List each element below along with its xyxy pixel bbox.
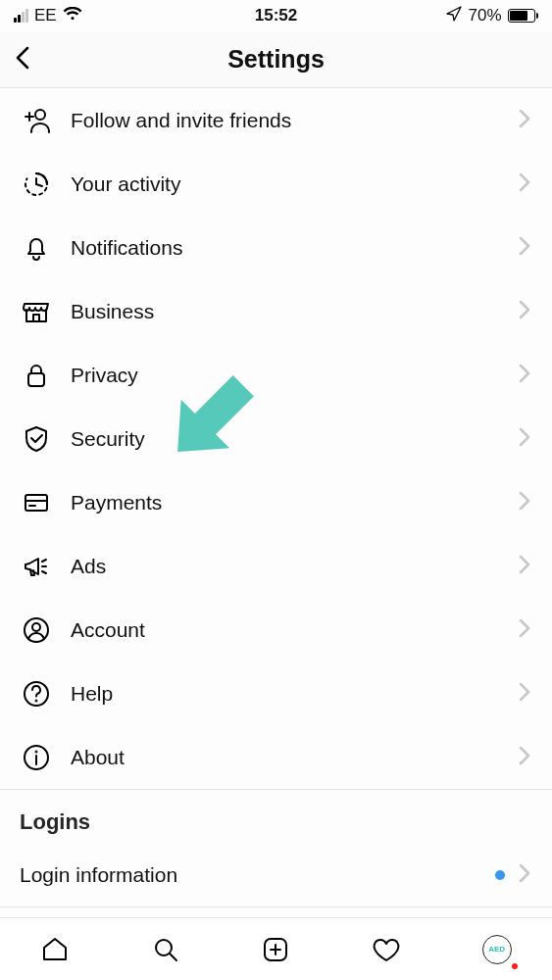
page-header: Settings: [0, 31, 552, 88]
row-label: Security: [71, 427, 519, 451]
notification-dot: [512, 963, 518, 969]
location-arrow-icon: [446, 6, 462, 26]
status-bar: EE 15:52 70%: [0, 0, 552, 31]
storefront-icon: [20, 295, 53, 328]
chevron-right-icon: [519, 618, 530, 642]
row-notifications[interactable]: Notifications: [0, 216, 552, 279]
home-icon: [40, 935, 70, 964]
row-follow-invite[interactable]: Follow and invite friends: [0, 88, 552, 152]
row-label: Follow and invite friends: [71, 109, 519, 132]
row-label: Payments: [71, 491, 519, 514]
row-label: About: [71, 746, 519, 769]
tab-new-post[interactable]: [258, 932, 293, 967]
tab-bar: AED: [0, 917, 552, 980]
lock-icon: [20, 359, 53, 392]
row-account[interactable]: Account: [0, 598, 552, 662]
row-label: Business: [71, 300, 519, 323]
row-label: Your activity: [71, 172, 519, 196]
activity-clock-icon: [20, 168, 53, 201]
shield-check-icon: [20, 422, 53, 456]
row-label: Account: [71, 618, 519, 642]
chevron-right-icon: [519, 236, 530, 260]
chevron-right-icon: [519, 746, 530, 769]
chevron-right-icon: [519, 555, 530, 578]
row-label: Notifications: [71, 236, 519, 260]
card-icon: [20, 486, 53, 519]
battery-icon: [508, 9, 539, 23]
battery-percent-label: 70%: [468, 6, 501, 25]
svg-rect-2: [28, 373, 44, 386]
chevron-right-icon: [519, 491, 530, 514]
clock-label: 15:52: [255, 6, 297, 25]
info-circle-icon: [20, 741, 53, 774]
row-label: Login information: [20, 863, 495, 887]
chevron-right-icon: [519, 172, 530, 196]
chevron-right-icon: [519, 427, 530, 451]
avatar-icon: AED: [482, 935, 512, 964]
row-label: Ads: [71, 555, 519, 578]
svg-line-14: [170, 954, 176, 960]
bell-icon: [20, 231, 53, 265]
svg-rect-3: [25, 495, 47, 511]
page-title: Settings: [14, 45, 538, 74]
chevron-right-icon: [519, 863, 530, 887]
settings-list: Follow and invite friends Your activity …: [0, 88, 552, 917]
row-label: Privacy: [71, 364, 519, 387]
back-button[interactable]: [14, 44, 33, 75]
chevron-right-icon: [519, 364, 530, 387]
svg-point-12: [36, 751, 37, 752]
chevron-right-icon: [519, 682, 530, 706]
help-circle-icon: [20, 677, 53, 710]
row-about[interactable]: About: [0, 725, 552, 789]
cellular-signal-icon: [14, 9, 28, 23]
row-activity[interactable]: Your activity: [0, 152, 552, 216]
row-login-information[interactable]: Login information: [0, 843, 552, 906]
svg-point-9: [36, 700, 37, 701]
chevron-right-icon: [519, 109, 530, 132]
logins-section-title: Logins: [0, 790, 552, 843]
tab-activity[interactable]: [369, 932, 404, 967]
row-help[interactable]: Help: [0, 662, 552, 725]
wifi-icon: [63, 6, 82, 25]
account-circle-icon: [20, 613, 53, 647]
megaphone-icon: [20, 550, 53, 583]
add-user-icon: [20, 104, 53, 137]
plus-square-icon: [261, 935, 290, 964]
heart-icon: [371, 935, 402, 964]
tab-search[interactable]: [148, 932, 183, 967]
row-business[interactable]: Business: [0, 279, 552, 343]
row-privacy[interactable]: Privacy: [0, 343, 552, 407]
unread-dot-indicator: [495, 870, 505, 880]
svg-point-7: [32, 623, 40, 631]
svg-point-0: [35, 110, 45, 120]
search-icon: [151, 935, 180, 964]
tab-profile[interactable]: AED: [479, 932, 515, 967]
row-payments[interactable]: Payments: [0, 470, 552, 534]
row-security[interactable]: Security: [0, 407, 552, 470]
row-label: Help: [71, 682, 519, 706]
carrier-label: EE: [34, 6, 57, 25]
row-ads[interactable]: Ads: [0, 534, 552, 598]
tab-home[interactable]: [37, 932, 73, 967]
svg-rect-1: [33, 315, 39, 321]
chevron-right-icon: [519, 300, 530, 323]
